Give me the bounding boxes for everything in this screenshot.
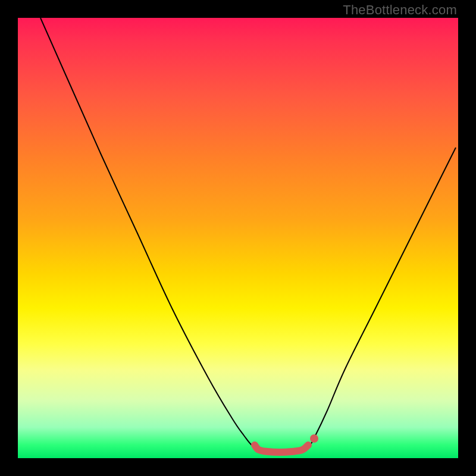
watermark-text: TheBottleneck.com <box>343 2 457 18</box>
chart-frame: TheBottleneck.com <box>0 0 476 476</box>
curve-svg <box>18 18 458 458</box>
plot-area <box>18 18 458 458</box>
flat-bottom-marker <box>255 445 308 452</box>
end-dot <box>310 434 318 443</box>
bottleneck-curve <box>40 18 456 452</box>
